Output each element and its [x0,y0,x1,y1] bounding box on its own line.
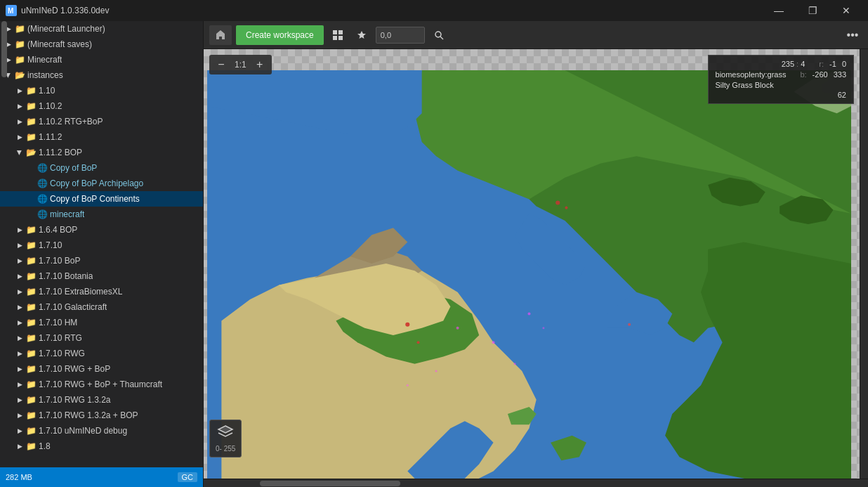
tree-item-minecraft-sub[interactable]: ▶ 🌐 minecraft [0,207,203,222]
tree-item-label: minecraft [50,209,84,219]
map-canvas: − 1:1 + 235 : 4 [204,49,860,479]
tree-item-label: Copy of BoP Archipelago [50,178,143,188]
map-with-scrollbars: − 1:1 + 235 : 4 [204,49,868,487]
svg-point-32 [527,312,530,315]
world-icon: 🌐 [37,162,48,174]
tree-item-1.7.10-rwg[interactable]: ▶ 📁 1.7.10 RWG [0,346,203,361]
tree-item-1.7.10-botania[interactable]: ▶ 📁 1.7.10 Botania [0,268,203,284]
window-controls: — ❐ ✕ [763,0,862,21]
scrollbar-thumb-h [260,481,400,486]
tree-item-1.7.10-rwg-1.3.2a[interactable]: ▶ 📁 1.7.10 RWG 1.3.2a [0,392,203,408]
tree-item-1.7.10-unmined-debug[interactable]: ▶ 📁 1.7.10 uNmINeD debug [0,423,203,439]
tree-item-minecraft[interactable]: ▶ 📁 Minecraft [0,52,203,67]
tree-item-1.6.4-bop[interactable]: ▶ 📁 1.6.4 BOP [0,222,203,238]
map-terrain [207,70,851,479]
arrow-icon: ▶ [14,410,25,421]
folder-icon: 📁 [25,363,37,375]
folder-icon: 📂 [25,147,37,158]
tree-item-label: 1.7.10 RWG [39,349,85,358]
gc-button[interactable]: GC [178,472,198,482]
folder-icon: 📁 [25,100,37,112]
tree-item-label: Copy of BoP Continents [50,194,140,204]
tree-item-copy-of-bop-archipelago[interactable]: ▶ 🌐 Copy of BoP Archipelago [0,176,203,191]
tree-item-1.7.10-galacticraft[interactable]: ▶ 📁 1.7.10 Galacticraft [0,299,203,315]
world-icon: 🌐 [37,178,48,189]
tree-item-1.7.10-rwg-1.3.2a-bop[interactable]: ▶ 📁 1.7.10 RWG 1.3.2a + BOP [0,408,203,423]
svg-point-28 [492,341,495,344]
tree-item-label: 1.7.10 RWG 1.3.2a + BOP [39,410,138,420]
tree-item-1.7.10-rwg-bop-thaumcraft[interactable]: ▶ 📁 1.7.10 RWG + BoP + Thaumcraft [0,377,203,392]
world-icon: 🌐 [37,193,48,204]
arrow-icon: ▶ [14,240,25,251]
b-label: b: [800,70,806,79]
arrow-icon: ▶ [14,116,25,127]
arrow-icon: ▶ [14,301,25,313]
arrow-icon: ▶ [14,147,25,158]
arrow-icon: ▶ [14,224,25,235]
tree-item-1.11.2-bop[interactable]: ▶ 📂 1.11.2 BOP [0,145,203,160]
pin-button[interactable] [352,25,371,45]
maximize-button[interactable]: ❐ [796,0,829,21]
memory-label: 282 MB [6,473,32,481]
close-button[interactable]: ✕ [830,0,862,21]
block-id: 62 [838,91,846,99]
folder-icon: 📁 [14,23,25,34]
tree-item-label: 1.7.10 HM [39,318,77,327]
svg-point-6 [435,32,441,37]
more-options-button[interactable]: ••• [843,25,862,45]
grid-view-button[interactable] [328,25,348,45]
tree-item-1.10.2[interactable]: ▶ 📁 1.10.2 [0,98,203,114]
map-container[interactable]: − 1:1 + 235 : 4 [204,49,860,479]
zoom-controls: − 1:1 + [209,55,272,74]
coordinate-input[interactable] [376,27,425,44]
tree-item-copy-of-bop[interactable]: ▶ 🌐 Copy of BoP [0,160,203,176]
svg-point-30 [435,370,438,372]
create-workspace-button[interactable]: Create workspace [236,25,324,45]
tree-item-1.7.10-bop[interactable]: ▶ 📁 1.7.10 BoP [0,253,203,268]
tree-item-1.7.10-rwg-bop[interactable]: ▶ 📁 1.7.10 RWG + BoP [0,361,203,377]
tree-item-label: instances [27,70,63,80]
tree-item-minecraft-launcher[interactable]: ▶ 📁 (Minecraft Launcher) [0,21,203,37]
tree-item-1.10[interactable]: ▶ 📁 1.10 [0,83,203,98]
folder-icon: 📁 [14,54,25,65]
tree-item-label: 1.7.10 RTG [39,333,82,343]
tree-item-1.10.2-rtg-bop[interactable]: ▶ 📁 1.10.2 RTG+BoP [0,114,203,129]
svg-point-24 [405,323,409,327]
layer-icon[interactable] [217,424,234,442]
svg-point-33 [542,327,544,329]
tree-item-instances[interactable]: ▶ 📂 instances [0,67,203,83]
sidebar: ▶ 📁 (Minecraft Launcher) ▶ 📁 (Minecraft … [0,21,204,487]
tree-item-1.7.10[interactable]: ▶ 📁 1.7.10 [0,238,203,253]
map-scrollbar-vertical[interactable] [860,49,868,479]
home-button[interactable] [209,25,232,45]
folder-icon: 📁 [25,131,37,143]
svg-point-23 [565,207,567,209]
tree-item-1.11.2[interactable]: ▶ 📁 1.11.2 [0,129,203,145]
arrow-icon: ▶ [14,100,25,112]
tree-item-1.8[interactable]: ▶ 📁 1.8 [0,439,203,454]
folder-icon: 📂 [14,70,25,81]
coords-b: b: -260 333 [800,70,846,79]
svg-point-25 [417,341,420,344]
zoom-out-button[interactable]: − [213,57,229,72]
search-button[interactable] [429,25,449,45]
folder-icon: 📁 [25,301,37,313]
svg-point-29 [514,363,516,365]
tree-item-1.7.10-extrabiomesxl[interactable]: ▶ 📁 1.7.10 ExtraBiomesXL [0,284,203,299]
svg-rect-4 [333,36,337,40]
folder-icon: 📁 [25,240,37,251]
tree-item-minecraft-saves[interactable]: ▶ 📁 (Minecraft saves) [0,37,203,52]
minimize-button[interactable]: — [763,0,795,21]
tree-item-1.7.10-rtg[interactable]: ▶ 📁 1.7.10 RTG [0,330,203,346]
block-name: Silty Grass Block [716,81,774,89]
zoom-in-button[interactable]: + [252,57,268,72]
biome-label: biomesoplenty:grass [716,70,787,79]
world-icon: 🌐 [37,209,48,220]
tree-item-label: 1.7.10 uNmINeD debug [39,426,127,436]
file-tree[interactable]: ▶ 📁 (Minecraft Launcher) ▶ 📁 (Minecraft … [0,21,203,467]
sidebar-footer: 282 MB GC [0,467,203,487]
map-scrollbar-horizontal[interactable] [204,479,868,487]
tree-item-copy-of-bop-continents[interactable]: ▶ 🌐 Copy of BoP Continents [0,191,203,207]
tree-item-1.7.10-hm[interactable]: ▶ 📁 1.7.10 HM [0,315,203,330]
tree-item-label: (Minecraft saves) [27,39,92,49]
